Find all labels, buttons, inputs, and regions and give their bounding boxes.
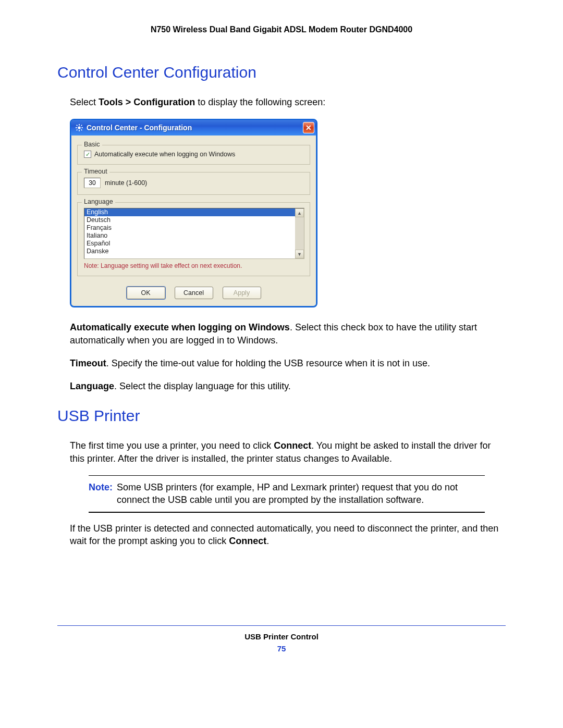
scrollbar[interactable]: ▲ ▼ — [295, 208, 304, 258]
text: If the USB printer is detected and conne… — [70, 523, 498, 546]
term: Connect — [229, 536, 266, 546]
gear-icon — [75, 124, 83, 132]
auto-exec-checkbox[interactable]: ✓ — [84, 151, 91, 158]
language-items: English Deutsch Français Italiano Españo… — [84, 208, 295, 258]
scroll-track[interactable] — [295, 217, 304, 250]
footer-rule — [57, 625, 506, 626]
para-auto-exec: Automatically execute when logging on Wi… — [70, 321, 506, 347]
scroll-up-button[interactable]: ▲ — [295, 208, 304, 217]
text: . Select the display language for this u… — [114, 381, 291, 391]
svg-line-7 — [77, 130, 78, 131]
menu-path: Tools > Configuration — [99, 97, 195, 107]
svg-line-8 — [81, 125, 82, 126]
note-body: Note: Some USB printers (for example, HP… — [89, 476, 485, 512]
text: Select — [70, 97, 99, 107]
check-icon: ✓ — [85, 151, 90, 158]
para-language: Language. Select the display language fo… — [70, 380, 506, 392]
para-timeout: Timeout. Specify the time-out value for … — [70, 357, 506, 369]
para-usb-1: The first time you use a printer, you ne… — [70, 439, 506, 465]
legend-basic: Basic — [82, 141, 102, 148]
para-usb-2: If the USB printer is detected and conne… — [70, 522, 506, 548]
button-row: OK Cancel Apply — [77, 283, 310, 300]
chevron-down-icon: ▼ — [297, 252, 302, 257]
text: . Specify the time-out value for holding… — [106, 358, 430, 368]
term: Timeout — [70, 358, 106, 368]
document-page: N750 Wireless Dual Band Gigabit ADSL Mod… — [0, 0, 563, 669]
list-item[interactable]: Italiano — [84, 232, 295, 240]
footer-title: USB Printer Control — [57, 632, 506, 641]
list-item[interactable]: Français — [84, 224, 295, 232]
close-icon: ✕ — [305, 124, 312, 132]
term: Connect — [274, 440, 311, 451]
svg-point-0 — [78, 127, 80, 129]
timeout-input[interactable]: 30 — [84, 178, 101, 188]
timeout-hint: minute (1-600) — [105, 179, 147, 187]
legend-timeout: Timeout — [82, 168, 109, 175]
heading-control-center: Control Center Configuration — [57, 64, 506, 81]
close-button[interactable]: ✕ — [303, 122, 314, 133]
auto-exec-row[interactable]: ✓ Automatically execute when logging on … — [84, 151, 304, 158]
term: Automatically execute when logging on Wi… — [70, 322, 290, 332]
auto-exec-label: Automatically execute when logging on Wi… — [94, 151, 235, 158]
text: The first time you use a printer, you ne… — [70, 440, 274, 451]
list-item[interactable]: Danske — [84, 248, 295, 255]
scroll-down-button[interactable]: ▼ — [295, 250, 304, 258]
language-listbox[interactable]: English Deutsch Français Italiano Españo… — [84, 208, 304, 259]
text: to display the following screen: — [195, 97, 325, 107]
term: Language — [70, 381, 114, 391]
svg-line-6 — [81, 130, 82, 131]
config-dialog: Control Center - Configuration ✕ Basic ✓… — [70, 119, 317, 307]
footer: USB Printer Control 75 — [57, 632, 506, 653]
language-note: Note: Language setting will take effect … — [84, 262, 304, 269]
page-number: 75 — [57, 644, 506, 653]
dialog-body: Basic ✓ Automatically execute when loggi… — [71, 135, 316, 306]
ok-button[interactable]: OK — [127, 287, 165, 299]
fieldset-timeout: Timeout 30 minute (1-600) — [77, 172, 310, 195]
note-label: Note: — [89, 481, 113, 507]
svg-line-5 — [77, 125, 78, 126]
note-block: Note: Some USB printers (for example, HP… — [89, 475, 485, 513]
legend-language: Language — [82, 198, 115, 205]
text: . — [266, 536, 269, 546]
list-item[interactable]: Deutsch — [84, 216, 295, 224]
apply-button: Apply — [223, 287, 261, 299]
list-item[interactable]: Español — [84, 240, 295, 248]
fieldset-language: Language English Deutsch Français Italia… — [77, 202, 310, 276]
heading-usb-printer: USB Printer — [57, 407, 506, 425]
document-header: N750 Wireless Dual Band Gigabit ADSL Mod… — [57, 25, 506, 34]
chevron-up-icon: ▲ — [297, 211, 302, 216]
intro-paragraph: Select Tools > Configuration to display … — [70, 96, 506, 108]
fieldset-basic: Basic ✓ Automatically execute when loggi… — [77, 145, 310, 165]
dialog-title: Control Center - Configuration — [87, 124, 303, 132]
list-item[interactable]: English — [84, 208, 295, 216]
cancel-button[interactable]: Cancel — [175, 287, 213, 299]
note-text: Some USB printers (for example, HP and L… — [117, 481, 485, 507]
rule — [89, 512, 485, 513]
titlebar[interactable]: Control Center - Configuration ✕ — [71, 120, 316, 135]
